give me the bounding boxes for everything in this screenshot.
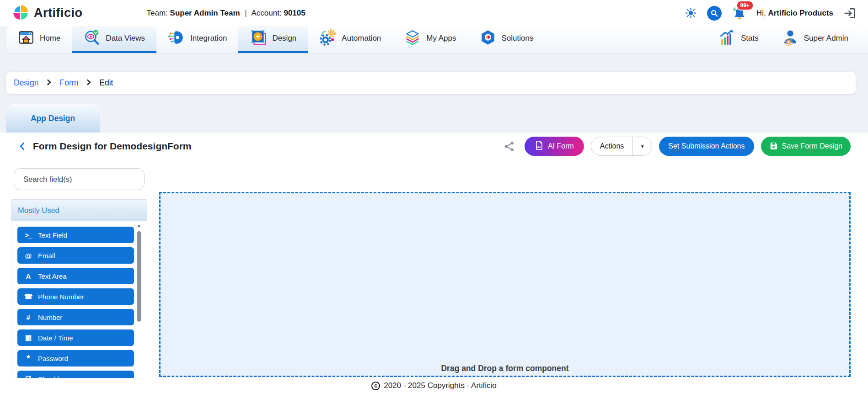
nav-label: My Apps xyxy=(426,34,456,43)
ai-document-icon: AI xyxy=(535,140,544,152)
nav-label: Automation xyxy=(342,34,381,43)
theme-toggle-sun-icon[interactable] xyxy=(685,7,697,19)
palette-scrollbar[interactable]: ▲ xyxy=(136,222,142,377)
design-icon xyxy=(250,29,267,48)
checkbox-icon: ☑ xyxy=(23,375,33,378)
breadcrumb-form[interactable]: Form xyxy=(59,78,78,88)
super-admin-icon xyxy=(782,29,799,48)
data-views-icon xyxy=(83,29,101,48)
top-header: Artificio Team: Super Admin Team | Accou… xyxy=(0,0,868,26)
scroll-up-arrow-icon[interactable]: ▲ xyxy=(136,222,142,228)
field-label: Text Field xyxy=(38,231,67,239)
account-number: 90105 xyxy=(284,9,305,17)
ai-form-button[interactable]: AI AI Form xyxy=(525,137,584,156)
mostly-used-section-header[interactable]: Mostly Used xyxy=(11,199,147,221)
team-label: Team: xyxy=(147,9,168,17)
field-label: Checkbox xyxy=(38,375,69,379)
automation-icon xyxy=(319,29,337,48)
actions-split-button[interactable]: Actions ▼ xyxy=(591,137,652,156)
nav-label: Stats xyxy=(741,34,759,43)
nav-item-solutions[interactable]: Solutions xyxy=(468,26,545,53)
scrollbar-thumb[interactable] xyxy=(137,231,141,322)
separator: | xyxy=(245,9,246,17)
page-title: Form Design for DemodesignForm xyxy=(33,141,192,152)
page-footer: c 2020 - 2025 Copyrights - Artificio xyxy=(0,378,868,393)
field-email[interactable]: @ Email xyxy=(17,247,134,264)
field-label: Date / Time xyxy=(38,334,73,342)
field-password[interactable]: * Password xyxy=(17,350,134,366)
field-label: Email xyxy=(38,252,55,260)
account-label: Account: xyxy=(252,9,282,17)
field-text-area[interactable]: A Text Area xyxy=(17,268,134,284)
nav-label: Super Admin xyxy=(804,34,848,43)
asterisk-icon: * xyxy=(23,356,33,361)
stats-icon xyxy=(718,29,736,48)
nav-item-design[interactable]: Design xyxy=(238,26,308,53)
set-submission-actions-button[interactable]: Set Submission Actions xyxy=(659,137,754,156)
notifications-bell-icon[interactable]: 99+ xyxy=(732,6,746,21)
nav-item-stats[interactable]: Stats xyxy=(707,26,770,53)
greeting-prefix: Hi, xyxy=(756,9,766,17)
nav-item-my-apps[interactable]: My Apps xyxy=(392,26,467,53)
field-label: Phone Number xyxy=(38,293,84,301)
breadcrumb-design[interactable]: Design xyxy=(14,78,38,88)
field-checkbox[interactable]: ☑ Checkbox xyxy=(17,371,134,378)
breadcrumb-edit: Edit xyxy=(99,78,113,88)
breadcrumb: Design Form Edit xyxy=(6,72,856,94)
dropzone-placeholder: Drag and Drop a form component xyxy=(161,364,849,373)
mostly-used-label: Mostly Used xyxy=(18,206,59,215)
field-text-field[interactable]: >_ Text Field xyxy=(17,227,134,243)
team-name: Super Admin Team xyxy=(170,9,240,17)
brand-name: Artificio xyxy=(34,6,83,20)
chevron-right-icon xyxy=(46,78,52,88)
field-number[interactable]: # Number xyxy=(17,309,134,325)
solutions-icon xyxy=(479,29,497,48)
nav-label: Home xyxy=(40,34,60,43)
svg-text:AI: AI xyxy=(537,145,541,149)
terminal-icon: >_ xyxy=(23,231,33,239)
main-content: Form Design for DemodesignForm AI AI For… xyxy=(0,133,868,393)
tab-app-design-label: App Design xyxy=(31,114,75,123)
user-name: Artificio Products xyxy=(768,9,833,17)
save-form-design-button[interactable]: Save Form Design xyxy=(761,137,851,156)
phone-icon: ☎ xyxy=(23,292,33,301)
share-icon[interactable] xyxy=(504,141,515,152)
nav-item-data-views[interactable]: Data Views xyxy=(72,26,156,53)
nav-item-automation[interactable]: Automation xyxy=(308,26,392,53)
actions-label[interactable]: Actions xyxy=(591,137,632,155)
field-label: Text Area xyxy=(38,272,67,280)
notification-count-badge: 99+ xyxy=(736,0,754,11)
home-icon xyxy=(17,29,35,48)
brand[interactable]: Artificio xyxy=(12,4,83,23)
caret-down-icon[interactable]: ▼ xyxy=(632,137,652,155)
nav-item-home[interactable]: Home xyxy=(6,26,72,53)
at-sign-icon: @ xyxy=(23,252,33,260)
team-account-info: Team: Super Admin Team | Account: 90105 xyxy=(147,9,305,18)
hash-icon: # xyxy=(23,313,33,321)
nav-label: Solutions xyxy=(502,34,534,43)
field-label: Password xyxy=(38,355,68,362)
search-icon[interactable] xyxy=(707,6,722,21)
nav-item-integration[interactable]: Integration xyxy=(156,26,238,53)
nav-label: Data Views xyxy=(106,34,145,43)
tab-app-design[interactable]: App Design xyxy=(6,104,100,133)
chevron-right-icon xyxy=(86,78,91,88)
field-palette-list: >_ Text Field @ Email A Text Area ☎ Phon… xyxy=(11,221,147,378)
nav-item-super-admin[interactable]: Super Admin xyxy=(770,26,860,53)
copyright-text: 2020 - 2025 Copyrights - Artificio xyxy=(384,381,497,390)
artificio-logo-icon xyxy=(12,4,29,23)
my-apps-icon xyxy=(404,29,421,48)
save-form-design-label: Save Form Design xyxy=(782,142,843,150)
form-canvas-dropzone[interactable]: Drag and Drop a form component xyxy=(159,192,851,377)
logout-icon[interactable] xyxy=(843,7,856,20)
form-design-toolbar: Form Design for DemodesignForm AI AI For… xyxy=(18,136,851,156)
nav-label: Design xyxy=(272,34,296,43)
field-phone-number[interactable]: ☎ Phone Number xyxy=(17,288,134,305)
copyright-icon: c xyxy=(371,382,380,390)
field-date-time[interactable]: ▦ Date / Time xyxy=(17,329,134,346)
nav-label: Integration xyxy=(190,34,227,43)
back-chevron-icon[interactable] xyxy=(18,142,27,151)
ai-form-label: AI Form xyxy=(548,142,574,150)
calendar-icon: ▦ xyxy=(23,334,33,342)
search-fields-input[interactable] xyxy=(14,168,145,190)
